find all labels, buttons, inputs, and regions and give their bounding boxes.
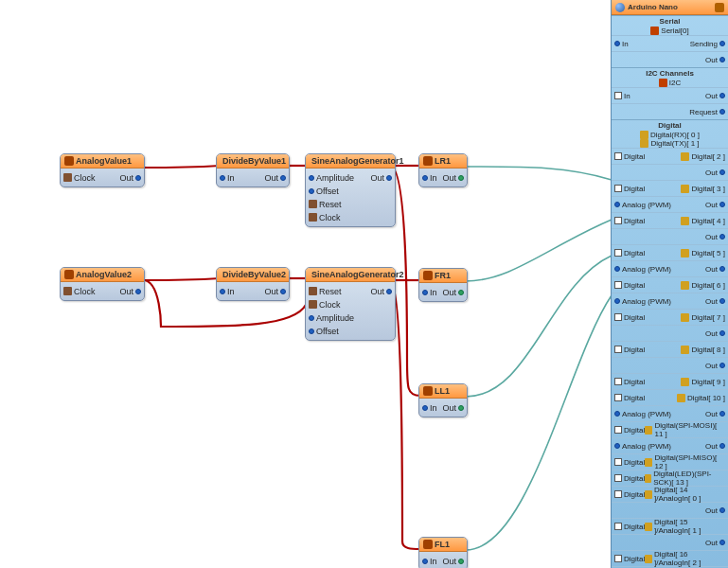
pin-in[interactable]: [422, 290, 428, 295]
pin-amplitude[interactable]: [309, 315, 314, 321]
digital-icon: [640, 131, 648, 139]
pin-sending[interactable]: [719, 41, 725, 46]
checkbox[interactable]: [614, 490, 622, 498]
digital-15-row[interactable]: DigitalDigital[ 15 ]/AnalogIn[ 1 ]: [612, 518, 728, 534]
checkbox[interactable]: [614, 394, 622, 401]
node-fr1[interactable]: FR1 In Out: [418, 268, 468, 302]
pin-out[interactable]: [719, 202, 725, 207]
pin-pwm[interactable]: [614, 443, 620, 449]
checkbox[interactable]: [614, 474, 622, 482]
gear-icon[interactable]: [715, 3, 724, 12]
checkbox[interactable]: [614, 313, 622, 321]
pin-out[interactable]: [719, 298, 725, 304]
pin-out[interactable]: [719, 411, 725, 417]
node-arduino-nano[interactable]: Arduino Nano Serial Serial[0] InSending …: [611, 0, 728, 568]
pin-pwm[interactable]: [614, 298, 620, 304]
digital-10-pwm[interactable]: Analog (PWM)Out: [612, 405, 728, 421]
pin-out[interactable]: [719, 507, 725, 513]
checkbox[interactable]: [614, 555, 622, 562]
digital-15-out[interactable]: Out: [612, 534, 728, 550]
digital-8-row[interactable]: DigitalDigital[ 8 ]: [612, 341, 728, 357]
digital-5-row[interactable]: DigitalDigital[ 5 ]: [612, 244, 728, 260]
digital-3-row[interactable]: DigitalDigital[ 3 ]: [612, 180, 728, 196]
node-sineanaloggenerator1[interactable]: SineAnalogGenerator1 AmplitudeOut Offset…: [305, 153, 396, 227]
digital-10-row[interactable]: DigitalDigital[ 10 ]: [612, 389, 728, 405]
pin-out[interactable]: [386, 289, 392, 294]
pin-out[interactable]: [719, 363, 725, 368]
pin-out[interactable]: [719, 540, 725, 545]
pin-label: Digital: [624, 281, 645, 290]
pin-out[interactable]: [719, 330, 725, 336]
node-ll1[interactable]: LL1 In Out: [418, 383, 468, 417]
pin-offset[interactable]: [309, 188, 314, 194]
pin-out[interactable]: [458, 290, 464, 295]
checkbox[interactable]: [614, 185, 622, 192]
pin-request[interactable]: [719, 109, 725, 115]
checkbox[interactable]: [614, 249, 622, 257]
pin-out[interactable]: [135, 175, 141, 181]
pin-in[interactable]: [614, 41, 620, 46]
node-dividebyvalue1[interactable]: DivideByValue1 In Out: [216, 153, 290, 187]
node-sineanaloggenerator2[interactable]: SineAnalogGenerator2 ResetOut Clock Ampl…: [305, 267, 396, 341]
digital-6-row[interactable]: DigitalDigital[ 6 ]: [612, 276, 728, 293]
pin-out[interactable]: [135, 289, 141, 294]
node-dividebyvalue2[interactable]: DivideByValue2 In Out: [216, 267, 290, 301]
digital-5-pwm[interactable]: Analog (PWM)Out: [612, 260, 728, 276]
pin-out[interactable]: [458, 559, 464, 564]
pin-in[interactable]: [422, 405, 428, 411]
checkbox[interactable]: [614, 152, 622, 160]
digital-13-row[interactable]: DigitalDigital(LED)(SPI-SCK)[ 13 ]: [612, 470, 728, 486]
pin-in[interactable]: [422, 175, 428, 181]
pin-out[interactable]: [719, 234, 725, 240]
digital-2-out[interactable]: Out: [612, 164, 728, 180]
pin-in[interactable]: [220, 289, 225, 294]
digital-14-row[interactable]: DigitalDigital[ 14 ]/AnalogIn[ 0 ]: [612, 486, 728, 502]
digital-4-out[interactable]: Out: [612, 228, 728, 244]
pin-pwm[interactable]: [614, 411, 620, 417]
pin-out[interactable]: [719, 266, 725, 272]
digital-6-pwm[interactable]: Analog (PWM)Out: [612, 293, 728, 309]
checkbox[interactable]: [614, 92, 622, 99]
pin-in[interactable]: [220, 175, 225, 181]
pin-out[interactable]: [719, 169, 725, 175]
digital-12-row[interactable]: DigitalDigital(SPI-MISO)[ 12 ]: [612, 453, 728, 470]
digital-14-out[interactable]: Out: [612, 502, 728, 518]
pin-in[interactable]: [422, 559, 428, 564]
digital-11-pwm[interactable]: Analog (PWM)Out: [612, 437, 728, 453]
digital-icon: [645, 490, 652, 499]
pin-out[interactable]: [458, 175, 464, 181]
pin-out[interactable]: [458, 405, 464, 411]
pin-out[interactable]: [280, 175, 286, 181]
digital-icon: [681, 217, 689, 225]
node-fl1[interactable]: FL1 In Out: [418, 537, 468, 568]
pin-amplitude[interactable]: [309, 175, 314, 181]
pin-out[interactable]: [719, 57, 725, 62]
digital-16-row[interactable]: DigitalDigital[ 16 ]/AnalogIn[ 2 ]: [612, 550, 728, 566]
checkbox[interactable]: [614, 217, 622, 224]
node-analogvalue1[interactable]: AnalogValue1 Clock Out: [60, 153, 145, 187]
checkbox[interactable]: [614, 378, 622, 385]
pin-out[interactable]: [280, 289, 286, 294]
node-lr1[interactable]: LR1 In Out: [418, 153, 468, 187]
pin-out[interactable]: [719, 443, 725, 449]
digital-7-out[interactable]: Out: [612, 325, 728, 341]
digital-11-row[interactable]: DigitalDigital(SPI-MOSI)[ 11 ]: [612, 421, 728, 437]
checkbox[interactable]: [614, 346, 622, 353]
pin-label: Out: [705, 201, 718, 209]
digital-3-pwm[interactable]: Analog (PWM)Out: [612, 196, 728, 212]
node-analogvalue2[interactable]: AnalogValue2 Clock Out: [60, 267, 145, 301]
pin-out[interactable]: [719, 93, 725, 98]
digital-4-row[interactable]: DigitalDigital[ 4 ]: [612, 212, 728, 228]
checkbox[interactable]: [614, 523, 622, 530]
pin-pwm[interactable]: [614, 202, 620, 207]
pin-pwm[interactable]: [614, 266, 620, 272]
digital-7-row[interactable]: DigitalDigital[ 7 ]: [612, 309, 728, 325]
digital-2-row[interactable]: DigitalDigital[ 2 ]: [612, 148, 728, 164]
pin-out[interactable]: [386, 175, 392, 181]
digital-8-out[interactable]: Out: [612, 357, 728, 373]
checkbox[interactable]: [614, 281, 622, 289]
digital-9-row[interactable]: DigitalDigital[ 9 ]: [612, 373, 728, 389]
checkbox[interactable]: [614, 458, 622, 466]
pin-offset[interactable]: [309, 328, 314, 334]
checkbox[interactable]: [614, 426, 622, 434]
